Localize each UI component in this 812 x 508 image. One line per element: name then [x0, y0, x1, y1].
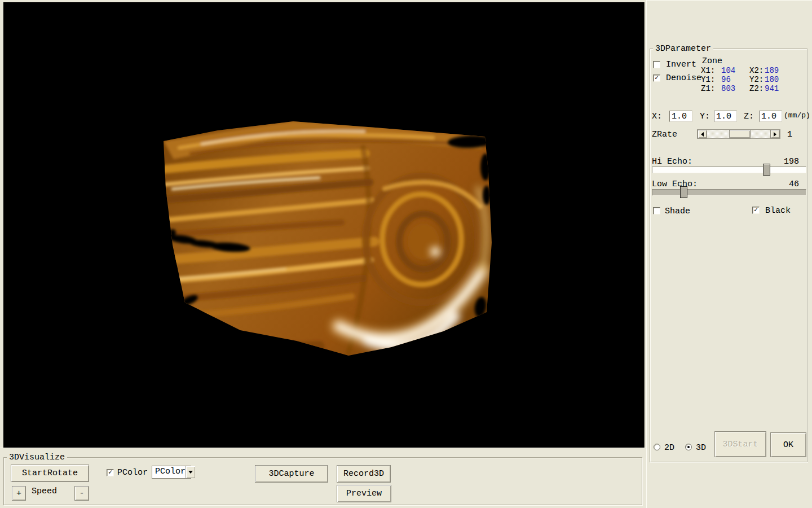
- record3d-button[interactable]: Record3D: [337, 465, 391, 483]
- 3dstart-button[interactable]: 3DStart: [714, 431, 766, 457]
- denoise-checkbox[interactable]: ✓: [653, 75, 660, 82]
- zrate-value: 1: [787, 130, 792, 139]
- zrate-scroll-right-button[interactable]: [770, 130, 780, 138]
- hi-echo-value: 198: [784, 157, 799, 167]
- zone-y2-label: Y2:: [749, 75, 764, 84]
- ok-button[interactable]: OK: [770, 432, 806, 457]
- low-echo-slider-thumb[interactable]: [680, 186, 687, 198]
- parameter-panel: 3DParameter Invert ✓ Denoise Zone X1: 10…: [646, 0, 812, 508]
- app-window: 3DParameter Invert ✓ Denoise Zone X1: 10…: [0, 0, 812, 508]
- low-echo-value: 46: [789, 179, 799, 189]
- zone-y1-value: 96: [721, 75, 731, 84]
- invert-checkbox[interactable]: [653, 61, 660, 68]
- zone-x1-value: 104: [721, 66, 735, 75]
- pcolor-label: PColor: [117, 468, 148, 478]
- volume-render-3d: [3, 2, 645, 448]
- zone-label: Zone: [702, 56, 722, 66]
- preview-button[interactable]: Preview: [337, 485, 391, 502]
- 3dvisualize-groupbox: 3DVisualize StartRotate ✓ PColor PColor …: [3, 457, 642, 505]
- zone-x2-value: 189: [765, 66, 779, 75]
- 3dparameter-groupbox: 3DParameter Invert ✓ Denoise Zone X1: 10…: [650, 49, 807, 462]
- zone-x2-label: X2:: [749, 66, 764, 75]
- hi-echo-label: Hi Echo:: [652, 157, 692, 167]
- x-scale-input[interactable]: [669, 111, 692, 122]
- zone-y2-value: 180: [765, 75, 779, 84]
- visualize-panel: 3DVisualize StartRotate ✓ PColor PColor …: [0, 448, 646, 508]
- radio-dot-icon: [687, 446, 690, 448]
- check-icon: ✓: [655, 75, 659, 81]
- y-scale-label: Y:: [700, 112, 710, 121]
- x-scale-label: X:: [652, 112, 662, 121]
- zone-z1-value: 803: [721, 84, 735, 93]
- zone-y1-label: Y1:: [701, 75, 715, 84]
- hi-echo-slider-thumb[interactable]: [763, 164, 770, 176]
- zrate-label: ZRate: [652, 130, 677, 139]
- zone-z2-value: 941: [765, 84, 779, 93]
- black-checkbox[interactable]: ✓: [752, 207, 760, 214]
- denoise-label: Denoise: [666, 73, 701, 83]
- 3dvisualize-title: 3DVisualize: [7, 453, 67, 462]
- black-label: Black: [765, 206, 791, 216]
- arrow-left-icon: [699, 132, 704, 137]
- mode-3d-label: 3D: [696, 443, 706, 453]
- zrate-scrollbar-thumb[interactable]: [729, 130, 751, 138]
- z-scale-input[interactable]: [759, 111, 782, 122]
- 3dcapture-button[interactable]: 3DCapture: [255, 465, 328, 483]
- zone-x1-label: X1:: [701, 66, 715, 75]
- zone-z1-label: Z1:: [701, 84, 715, 93]
- speed-label: Speed: [32, 487, 57, 496]
- pcolor-checkbox[interactable]: ✓: [107, 469, 114, 476]
- hi-echo-slider[interactable]: [652, 167, 806, 173]
- low-echo-slider[interactable]: [652, 189, 806, 196]
- mode-3d-radio[interactable]: [685, 444, 692, 450]
- start-rotate-button[interactable]: StartRotate: [11, 465, 89, 482]
- 3dparameter-title: 3DParameter: [653, 44, 713, 54]
- shade-label: Shade: [665, 207, 690, 216]
- speed-minus-button[interactable]: -: [74, 486, 89, 501]
- zrate-scroll-left-button[interactable]: [698, 130, 707, 138]
- y-scale-input[interactable]: [714, 111, 737, 122]
- speed-plus-button[interactable]: +: [12, 486, 26, 501]
- check-icon: ✓: [754, 207, 758, 213]
- scale-unit-label: (mm/p): [784, 111, 810, 120]
- pcolor-dropdown-value: PColor: [152, 466, 186, 478]
- chevron-down-icon: [188, 471, 193, 476]
- arrow-right-icon: [774, 132, 779, 137]
- z-scale-label: Z:: [744, 112, 754, 121]
- 3d-viewport[interactable]: [3, 2, 645, 448]
- shade-checkbox[interactable]: [653, 207, 660, 214]
- low-echo-label: Low Echo:: [652, 179, 698, 189]
- zone-z2-label: Z2:: [749, 84, 764, 93]
- mode-2d-label: 2D: [664, 443, 674, 453]
- zrate-scrollbar[interactable]: [697, 129, 780, 139]
- check-icon: ✓: [108, 469, 112, 476]
- pcolor-dropdown[interactable]: PColor: [152, 466, 191, 479]
- pcolor-dropdown-button[interactable]: [186, 466, 195, 478]
- mode-2d-radio[interactable]: [654, 444, 660, 450]
- invert-label: Invert: [666, 60, 696, 69]
